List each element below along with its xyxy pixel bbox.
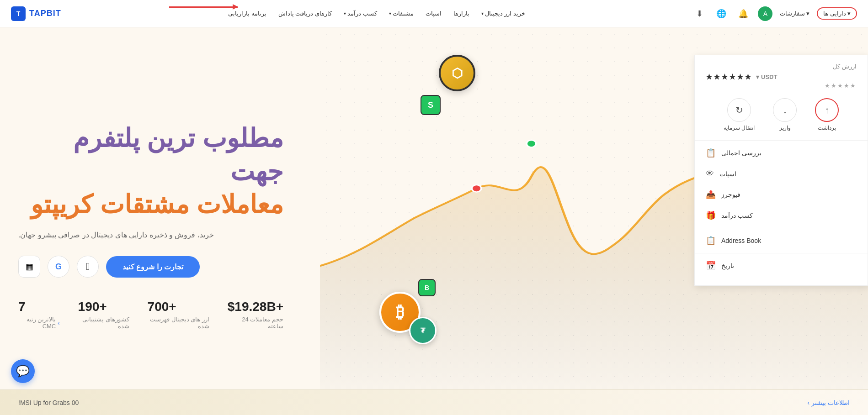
nav-item-rewards[interactable]: کارهای دریافت پاداش xyxy=(274,7,336,20)
balance-section: ارزش کل ★★★★★★ USDT ▾ ★★★★★ xyxy=(695,55,868,94)
deposit-label: واریز xyxy=(779,125,791,131)
stat-assets-label: ارز های دیجیتال فهرست شده xyxy=(148,316,209,330)
stat-volume: +$19.28B حجم معاملات 24 ساعته xyxy=(228,299,283,330)
menu-item-spot[interactable]: اسپات 👁 xyxy=(695,163,868,184)
arrow-icon: › xyxy=(58,320,59,326)
overview-icon: 📋 xyxy=(706,148,716,158)
start-trading-button[interactable]: تجارت را شروع کنید xyxy=(106,256,200,278)
chevron-down-icon: ▾ xyxy=(389,11,391,16)
stat-countries: +190 کشورهای پشتیبانی شده xyxy=(78,299,129,330)
svg-point-1 xyxy=(527,140,536,147)
nav-item-referral[interactable]: برنامه بازاریابی xyxy=(224,7,271,20)
withdraw-action[interactable]: ↑ برداشت xyxy=(815,98,839,131)
divider-3 xyxy=(695,253,868,253)
menu-item-address-book[interactable]: Address Book 📋 xyxy=(695,230,868,251)
assets-dropdown: ارزش کل ★★★★★★ USDT ▾ ★★★★★ ↑ برداشت ↓ و… xyxy=(694,55,868,286)
logo-icon: T xyxy=(11,6,26,21)
language-button[interactable]: 🌐 xyxy=(714,6,729,21)
hero-title: مطلوب ترین پلتفرم جهت معاملات مشتقات کری… xyxy=(18,122,283,221)
address-book-icon: 📋 xyxy=(706,236,716,246)
withdraw-icon: ↑ xyxy=(815,98,839,122)
nav-item-earn[interactable]: کسب درآمد ▾ xyxy=(339,7,382,20)
deposit-action[interactable]: ↓ واریز xyxy=(773,98,797,131)
balance-stars-secondary: ★★★★★ xyxy=(706,82,857,89)
apple-store-button[interactable]:  xyxy=(77,256,99,278)
earn-icon: 🎁 xyxy=(706,210,716,221)
balance-stars-main: ★★★★★★ xyxy=(706,73,752,81)
transfer-action[interactable]: ↻ انتقال سرمایه xyxy=(724,98,755,131)
transfer-label: انتقال سرمایه xyxy=(724,125,755,131)
withdraw-label: برداشت xyxy=(818,125,836,131)
stat-rank-label: › بالاترین رتبه CMC xyxy=(18,316,60,330)
svg-point-0 xyxy=(472,185,481,192)
spot-icon: 👁 xyxy=(706,169,714,179)
stat-assets: +700 ارز های دیجیتال فهرست شده xyxy=(148,299,209,330)
more-info-link[interactable]: اطلاعات بیشتر › xyxy=(807,399,850,406)
header-actions: ⬇ 🌐 🔔 A سفارشات ▾ دارایی ها ▾ xyxy=(692,6,857,21)
history-icon: 📅 xyxy=(706,261,716,271)
balance-label: ارزش کل xyxy=(706,63,857,70)
menu-item-earn[interactable]: کسب درآمد 🎁 xyxy=(695,205,868,226)
futures-icon: 📤 xyxy=(706,189,716,200)
download-button[interactable]: ⬇ xyxy=(692,6,707,21)
balance-unit: USDT ▾ xyxy=(756,74,777,80)
divider-1 xyxy=(695,140,868,141)
menu-item-futures[interactable]: فیوچرز 📤 xyxy=(695,184,868,205)
chat-icon: 💬 xyxy=(16,365,30,378)
header: T TAPBIT خرید ارز دیجیتال ▾ بازارها اسپا… xyxy=(0,0,868,27)
logo-text: TAPBIT xyxy=(29,9,61,18)
menu-item-overview[interactable]: بررسی اجمالی 📋 xyxy=(695,142,868,163)
b-coin-tag: B xyxy=(418,279,436,296)
chevron-down-icon: ▾ xyxy=(756,74,759,80)
stat-volume-label: حجم معاملات 24 ساعته xyxy=(228,316,283,330)
nav-item-spot[interactable]: اسپات xyxy=(421,7,446,20)
hero-section: مطلوب ترین پلتفرم جهت معاملات مشتقات کری… xyxy=(0,27,320,415)
transfer-icon: ↻ xyxy=(727,98,751,122)
main-nav: خرید ارز دیجیتال ▾ بازارها اسپات مشتقات … xyxy=(224,7,530,20)
apple-icon:  xyxy=(86,261,90,273)
assets-button[interactable]: دارایی ها ▾ xyxy=(817,7,857,20)
arrow-icon: › xyxy=(807,399,809,406)
balance-value: ★★★★★★ USDT ▾ xyxy=(706,73,857,81)
chevron-down-icon: ▾ xyxy=(847,10,851,17)
stat-rank-value: 7 xyxy=(18,299,26,314)
s-coin-tag: S xyxy=(421,95,441,115)
qr-code-button[interactable]: ▦ xyxy=(18,256,40,278)
cta-row: تجارت را شروع کنید  G ▦ xyxy=(18,256,200,278)
avatar[interactable]: A xyxy=(758,6,772,21)
nav-item-derivatives[interactable]: مشتقات ▾ xyxy=(384,7,418,20)
bnb-coin: ⬡ xyxy=(439,55,475,91)
logo[interactable]: T TAPBIT xyxy=(11,6,61,21)
stat-volume-value: +$19.28B xyxy=(228,299,283,314)
stat-assets-value: +700 xyxy=(148,299,176,314)
notifications-button[interactable]: 🔔 xyxy=(736,6,751,21)
action-buttons-row: ↑ برداشت ↓ واریز ↻ انتقال سرمایه xyxy=(695,94,868,138)
hero-title-line2: معاملات مشتقات کریپتو xyxy=(18,188,283,221)
chevron-down-icon: ▾ xyxy=(806,10,809,17)
stats-row: +$19.28B حجم معاملات 24 ساعته +700 ارز ه… xyxy=(18,299,283,330)
deposit-icon: ↓ xyxy=(773,98,797,122)
divider-2 xyxy=(695,228,868,228)
stat-countries-label: کشورهای پشتیبانی شده xyxy=(78,316,129,330)
hero-subtitle: خرید، فروش و ذخیره دارایی های دیجیتال در… xyxy=(18,229,214,241)
google-icon: G xyxy=(55,262,62,272)
banner-text: 00 MSI Up for Grabs! xyxy=(18,399,79,406)
nav-item-markets[interactable]: بازارها xyxy=(449,7,474,20)
qr-icon: ▦ xyxy=(26,262,33,272)
menu-item-history[interactable]: تاریخ 📅 xyxy=(695,255,868,276)
hero-title-line1: مطلوب ترین پلتفرم جهت xyxy=(18,122,283,189)
stat-countries-value: +190 xyxy=(78,299,107,314)
usdt-coin: ₮ xyxy=(409,317,437,344)
chevron-down-icon: ▾ xyxy=(344,11,346,16)
google-play-button[interactable]: G xyxy=(48,256,69,278)
orders-button[interactable]: سفارشات ▾ xyxy=(780,10,809,17)
bottom-banner: اطلاعات بیشتر › 00 MSI Up for Grabs! xyxy=(0,389,868,415)
chevron-down-icon: ▾ xyxy=(481,11,484,16)
nav-item-buy[interactable]: خرید ارز دیجیتال ▾ xyxy=(477,7,530,20)
chat-button[interactable]: 💬 xyxy=(11,359,35,383)
stat-rank: 7 › بالاترین رتبه CMC xyxy=(18,299,60,330)
